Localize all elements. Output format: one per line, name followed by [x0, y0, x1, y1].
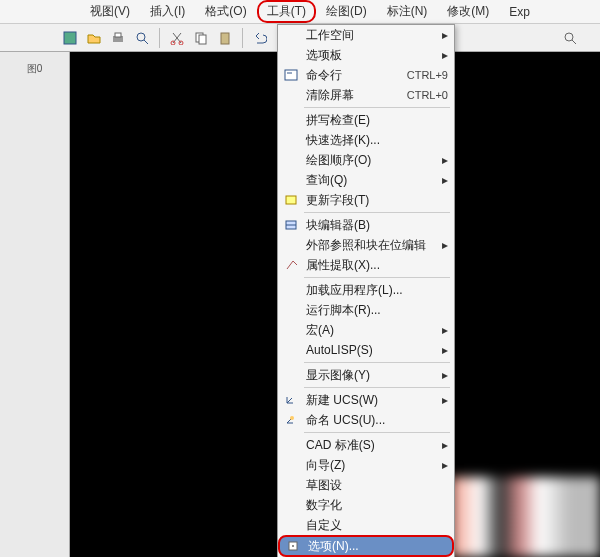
search-icon[interactable]	[560, 28, 580, 48]
menu-item[interactable]: 查询(Q)▸	[278, 170, 454, 190]
menu-item-label: 属性提取(X)...	[306, 257, 448, 274]
svg-rect-0	[64, 32, 76, 44]
tab-label[interactable]: 图0	[27, 62, 43, 76]
toolbar-separator	[242, 28, 243, 48]
menu-item-label: 块编辑器(B)	[306, 217, 448, 234]
ucs-icon	[282, 392, 300, 408]
menu-item-label: 运行脚本(R)...	[306, 302, 448, 319]
menu-item[interactable]: AutoLISP(S)▸	[278, 340, 454, 360]
menubar-item[interactable]: 格式(O)	[195, 0, 256, 23]
menu-item[interactable]: 拼写检查(E)	[278, 110, 454, 130]
menubar-item[interactable]: 视图(V)	[80, 0, 140, 23]
menu-item[interactable]: 命名 UCS(U)...	[278, 410, 454, 430]
menu-item-label: 快速选择(K)...	[306, 132, 448, 149]
blank-icon	[282, 517, 300, 533]
menu-item[interactable]: 加载应用程序(L)...	[278, 280, 454, 300]
menubar-item[interactable]: 修改(M)	[437, 0, 499, 23]
menubar: 视图(V)插入(I)格式(O)工具(T)绘图(D)标注(N)修改(M)Exp	[0, 0, 600, 24]
menu-item[interactable]: 快速选择(K)...	[278, 130, 454, 150]
copy-icon[interactable]	[191, 28, 211, 48]
undo-icon[interactable]	[250, 28, 270, 48]
menu-item[interactable]: 清除屏幕CTRL+0	[278, 85, 454, 105]
submenu-arrow-icon: ▸	[438, 323, 448, 337]
paste-icon[interactable]	[215, 28, 235, 48]
tools-menu-dropdown: 工作空间▸选项板▸命令行CTRL+9清除屏幕CTRL+0拼写检查(E)快速选择(…	[277, 24, 455, 557]
svg-point-3	[137, 33, 145, 41]
menu-item[interactable]: 外部参照和块在位编辑▸	[278, 235, 454, 255]
block-icon	[282, 217, 300, 233]
submenu-arrow-icon: ▸	[438, 28, 448, 42]
menu-item-label: 选项板	[306, 47, 438, 64]
menu-shortcut: CTRL+9	[407, 69, 448, 81]
menu-item[interactable]: 工作空间▸	[278, 25, 454, 45]
blank-icon	[282, 87, 300, 103]
blank-icon	[282, 47, 300, 63]
menu-item-label: 绘图顺序(O)	[306, 152, 438, 169]
blank-icon	[282, 477, 300, 493]
menu-item-label: 宏(A)	[306, 322, 438, 339]
svg-rect-14	[286, 196, 296, 204]
submenu-arrow-icon: ▸	[438, 458, 448, 472]
menu-item-label: 向导(Z)	[306, 457, 438, 474]
menu-item[interactable]: 绘图顺序(O)▸	[278, 150, 454, 170]
menu-separator	[304, 387, 450, 388]
svg-rect-12	[285, 70, 297, 80]
menu-item-label: 拼写检查(E)	[306, 112, 448, 129]
menu-item-label: 命名 UCS(U)...	[306, 412, 448, 429]
menu-item[interactable]: 块编辑器(B)	[278, 215, 454, 235]
save-icon[interactable]	[60, 28, 80, 48]
svg-point-19	[292, 545, 294, 547]
submenu-arrow-icon: ▸	[438, 153, 448, 167]
menubar-item[interactable]: 工具(T)	[257, 0, 316, 23]
menu-item-label: 新建 UCS(W)	[306, 392, 438, 409]
menu-item[interactable]: 运行脚本(R)...	[278, 300, 454, 320]
menu-item-label: 工作空间	[306, 27, 438, 44]
svg-point-10	[565, 33, 573, 41]
svg-rect-9	[221, 33, 229, 44]
menu-item[interactable]: 选项板▸	[278, 45, 454, 65]
menu-item[interactable]: 自定义	[278, 515, 454, 535]
submenu-arrow-icon: ▸	[438, 343, 448, 357]
menu-item-label: 选项(N)...	[308, 538, 446, 555]
menu-item[interactable]: 更新字段(T)	[278, 190, 454, 210]
menu-item-label: 草图设	[306, 477, 448, 494]
left-panel: 图0	[0, 52, 70, 557]
menu-item[interactable]: 宏(A)▸	[278, 320, 454, 340]
menu-item[interactable]: CAD 标准(S)▸	[278, 435, 454, 455]
submenu-arrow-icon: ▸	[438, 238, 448, 252]
menu-separator	[304, 212, 450, 213]
menubar-item[interactable]: 绘图(D)	[316, 0, 377, 23]
menu-separator	[304, 362, 450, 363]
field-icon	[282, 192, 300, 208]
cut-icon[interactable]	[167, 28, 187, 48]
menu-item[interactable]: 属性提取(X)...	[278, 255, 454, 275]
menu-item[interactable]: 向导(Z)▸	[278, 455, 454, 475]
menu-item-label: 更新字段(T)	[306, 192, 448, 209]
preview-icon[interactable]	[132, 28, 152, 48]
menubar-item[interactable]: 标注(N)	[377, 0, 438, 23]
submenu-arrow-icon: ▸	[438, 438, 448, 452]
blank-icon	[282, 437, 300, 453]
menu-separator	[304, 277, 450, 278]
menu-item-label: 数字化	[306, 497, 448, 514]
menu-item-label: AutoLISP(S)	[306, 343, 438, 357]
menu-item[interactable]: 命令行CTRL+9	[278, 65, 454, 85]
attr-icon	[282, 257, 300, 273]
menu-item-label: 显示图像(Y)	[306, 367, 438, 384]
menu-item[interactable]: 草图设	[278, 475, 454, 495]
toolbar-separator	[159, 28, 160, 48]
blank-icon	[282, 302, 300, 318]
menu-item[interactable]: 新建 UCS(W)▸	[278, 390, 454, 410]
menu-separator	[304, 432, 450, 433]
blank-icon	[282, 322, 300, 338]
opt-icon	[284, 538, 302, 554]
menu-item[interactable]: 选项(N)...	[278, 535, 454, 557]
menubar-item[interactable]: Exp	[499, 2, 540, 22]
menu-item-label: CAD 标准(S)	[306, 437, 438, 454]
menu-item[interactable]: 数字化	[278, 495, 454, 515]
menu-item[interactable]: 显示图像(Y)▸	[278, 365, 454, 385]
print-icon[interactable]	[108, 28, 128, 48]
menu-item-label: 外部参照和块在位编辑	[306, 237, 438, 254]
menubar-item[interactable]: 插入(I)	[140, 0, 195, 23]
folder-icon[interactable]	[84, 28, 104, 48]
